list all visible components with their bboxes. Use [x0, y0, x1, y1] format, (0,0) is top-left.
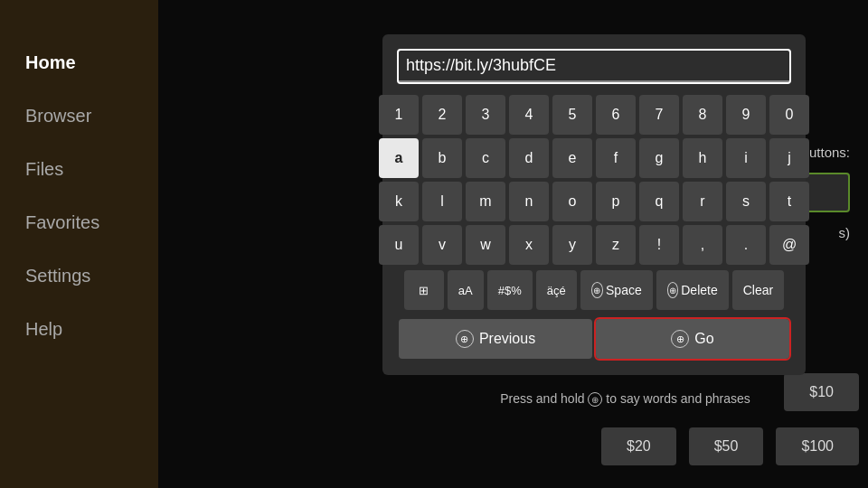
- nav-row: ⊕ Previous ⊕ Go: [399, 319, 789, 359]
- key-y[interactable]: y: [552, 225, 592, 265]
- key-6[interactable]: 6: [596, 95, 636, 135]
- key-4[interactable]: 4: [509, 95, 549, 135]
- virtual-keyboard: 1 2 3 4 5 6 7 8 9 0 a b c d e f g h: [399, 95, 789, 359]
- sidebar-item-files[interactable]: Files: [0, 143, 158, 196]
- sidebar-item-browser[interactable]: Browser: [0, 89, 158, 143]
- key-delete[interactable]: ⊕Delete: [656, 270, 729, 310]
- key-z[interactable]: z: [596, 225, 636, 265]
- key-accent[interactable]: äçé: [536, 270, 577, 310]
- key-o[interactable]: o: [552, 182, 592, 221]
- key-period[interactable]: .: [726, 225, 766, 265]
- key-j[interactable]: j: [769, 138, 809, 178]
- donation-amounts: $10: [784, 373, 859, 425]
- number-row: 1 2 3 4 5 6 7 8 9 0: [399, 95, 789, 135]
- key-r[interactable]: r: [683, 182, 722, 221]
- key-n[interactable]: n: [509, 182, 549, 221]
- key-l[interactable]: l: [422, 182, 462, 221]
- donate-row2: $20 $50 $100: [601, 427, 859, 465]
- donate-50[interactable]: $50: [689, 427, 764, 465]
- special-row: ⊞ aA #$% äçé ⊕Space ⊕Delete Clear: [399, 270, 789, 310]
- donate-10[interactable]: $10: [784, 373, 859, 411]
- sidebar-item-settings[interactable]: Settings: [0, 249, 158, 303]
- donate-20[interactable]: $20: [601, 427, 676, 465]
- key-symbols[interactable]: #$%: [487, 270, 533, 310]
- key-x[interactable]: x: [509, 225, 549, 265]
- key-exclaim[interactable]: !: [639, 225, 679, 265]
- key-g[interactable]: g: [639, 138, 679, 178]
- key-e[interactable]: e: [552, 138, 592, 178]
- keyboard-dialog: 1 2 3 4 5 6 7 8 9 0 a b c d e f g h: [382, 34, 806, 375]
- key-clear[interactable]: Clear: [732, 270, 784, 310]
- sidebar-item-favorites[interactable]: Favorites: [0, 196, 158, 249]
- key-0[interactable]: 0: [769, 95, 809, 135]
- url-input[interactable]: [399, 51, 789, 82]
- key-comma[interactable]: ,: [683, 225, 722, 265]
- letter-row-1: a b c d e f g h i j: [399, 138, 789, 178]
- previous-button[interactable]: ⊕ Previous: [399, 319, 592, 359]
- key-d[interactable]: d: [509, 138, 549, 178]
- key-9[interactable]: 9: [726, 95, 766, 135]
- key-c[interactable]: c: [466, 138, 505, 178]
- letter-row-2: k l m n o p q r s t: [399, 182, 789, 221]
- key-w[interactable]: w: [466, 225, 505, 265]
- key-case-toggle[interactable]: aA: [448, 270, 484, 310]
- key-v[interactable]: v: [422, 225, 462, 265]
- key-h[interactable]: h: [683, 138, 722, 178]
- key-q[interactable]: q: [639, 182, 679, 221]
- key-k[interactable]: k: [379, 182, 419, 221]
- sidebar-item-help[interactable]: Help: [0, 303, 158, 356]
- previous-icon: ⊕: [456, 330, 474, 348]
- key-p[interactable]: p: [596, 182, 636, 221]
- key-t[interactable]: t: [769, 182, 809, 221]
- main-area: ase donation buttons: s) 1 2 3 4 5 6 7 8…: [158, 0, 868, 488]
- sidebar: Home Browser Files Favorites Settings He…: [0, 0, 158, 488]
- letter-row-3: u v w x y z ! , . @: [399, 225, 789, 265]
- key-space[interactable]: ⊕Space: [580, 270, 653, 310]
- donate-label2: s): [839, 225, 851, 240]
- key-3[interactable]: 3: [466, 95, 505, 135]
- key-1[interactable]: 1: [379, 95, 419, 135]
- key-b[interactable]: b: [422, 138, 462, 178]
- go-button[interactable]: ⊕ Go: [596, 319, 789, 359]
- key-5[interactable]: 5: [552, 95, 592, 135]
- donate-100[interactable]: $100: [776, 427, 859, 465]
- sidebar-item-home[interactable]: Home: [0, 36, 158, 89]
- key-7[interactable]: 7: [639, 95, 679, 135]
- key-8[interactable]: 8: [683, 95, 722, 135]
- key-m[interactable]: m: [466, 182, 505, 221]
- key-f[interactable]: f: [596, 138, 636, 178]
- key-u[interactable]: u: [379, 225, 419, 265]
- key-2[interactable]: 2: [422, 95, 462, 135]
- keyboard-layout-icon[interactable]: ⊞: [404, 270, 444, 310]
- key-at[interactable]: @: [769, 225, 809, 265]
- key-a[interactable]: a: [379, 138, 419, 178]
- key-i[interactable]: i: [726, 138, 766, 178]
- go-icon: ⊕: [671, 330, 689, 348]
- key-s[interactable]: s: [726, 182, 766, 221]
